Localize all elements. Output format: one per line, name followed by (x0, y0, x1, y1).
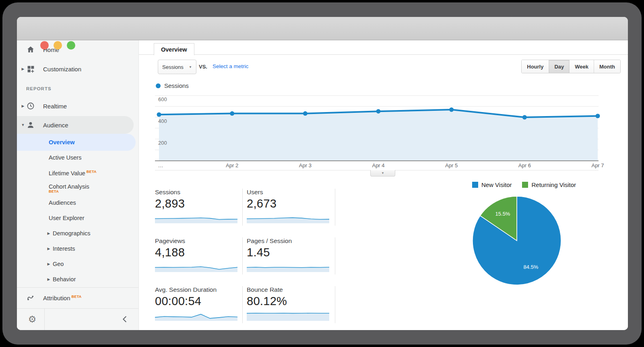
metric-card-pageviews[interactable]: Pageviews 4,188 (155, 237, 239, 272)
app-body: ⚙ Home▶ CustomizationREPORTS▶Realtime▼Au… (17, 40, 628, 330)
sidebar-item-behavior[interactable]: ▶Behavior (17, 272, 138, 287)
granularity-button-day[interactable]: Day (549, 60, 569, 73)
metric-card-sessions[interactable]: Sessions 2,893 (155, 189, 239, 223)
x-axis-tick-label: Apr 4 (372, 162, 384, 168)
metric-label: Pageviews (155, 237, 239, 245)
sidebar-item-label: Customization (43, 66, 81, 73)
home-icon (26, 45, 35, 54)
gear-icon[interactable]: ⚙ (25, 312, 39, 326)
card-divider (335, 237, 335, 274)
sessions-line-chart: 200400600 (155, 93, 599, 162)
y-axis-tick-label: 200 (158, 140, 167, 146)
pie-legend-item-new-visitor: New Visitor (472, 181, 512, 188)
metric-card-pages-session[interactable]: Pages / Session 1.45 (247, 237, 330, 272)
granularity-button-week[interactable]: Week (569, 60, 594, 73)
metric-card-users[interactable]: Users 2,673 (247, 189, 330, 223)
x-axis-tick-label: Apr 3 (299, 162, 312, 168)
x-axis-tick-label: Apr 7 (591, 162, 604, 168)
x-axis-tick-label: … (158, 162, 163, 168)
x-axis-tick-label: Apr 6 (518, 162, 531, 168)
sidebar-item-overview[interactable]: Overview (17, 134, 136, 151)
metric-value: 80.12% (247, 295, 330, 308)
sidebar-item-demographics[interactable]: ▶Demographics (17, 226, 138, 241)
sidebar-item-active-users[interactable]: Active Users (17, 150, 138, 165)
sidebar-divider (17, 287, 138, 288)
sidebar-item-lifetime-value[interactable]: Lifetime ValueBETA (17, 165, 138, 181)
collapse-sidebar-icon[interactable] (120, 314, 131, 325)
metric-value: 00:00:54 (155, 295, 239, 308)
beta-badge: BETA (87, 170, 97, 174)
card-divider (242, 237, 243, 274)
y-axis-tick-label: 600 (158, 96, 167, 102)
sidebar-item-attribution[interactable]: AttributionBETA (17, 288, 138, 308)
select-a-metric-link[interactable]: Select a metric (213, 63, 248, 69)
metric-label: Users (247, 189, 330, 196)
close-window-button[interactable] (40, 41, 49, 50)
chart-expander-button[interactable]: ▼ (370, 170, 395, 177)
minimize-window-button[interactable] (54, 41, 62, 50)
expand-arrow-icon: ▶ (20, 104, 26, 108)
sidebar-divider (17, 308, 138, 309)
metric-card-avg-session-duration[interactable]: Avg. Session Duration 00:00:54 (155, 286, 239, 321)
svg-text:15.5%: 15.5% (495, 211, 510, 217)
sidebar-item-label: Demographics (53, 230, 91, 237)
granularity-button-hourly[interactable]: Hourly (522, 60, 549, 73)
y-axis-tick-label: 400 (158, 118, 167, 124)
clock-icon (26, 101, 35, 111)
sidebar-item-label: Active Users (49, 154, 81, 161)
card-divider (242, 286, 243, 323)
beta-badge: BETA (49, 189, 59, 193)
chart-x-axis-labels: …Apr 2Apr 3Apr 4Apr 5Apr 6Apr 7 (155, 162, 599, 170)
sidebar-item-audience[interactable]: ▼Audience (17, 116, 134, 134)
tab-overview[interactable]: Overview (154, 43, 194, 55)
customization-icon (26, 64, 35, 74)
expand-arrow-icon: ▶ (46, 247, 52, 251)
sidebar-item-geo[interactable]: ▶Geo (17, 256, 138, 272)
sidebar-item-label: User Explorer (49, 215, 85, 221)
expand-arrow-icon: ▶ (46, 231, 52, 235)
sidebar-item-realtime[interactable]: ▶Realtime (17, 97, 138, 115)
sidebar-item-label: AttributionBETA (43, 295, 82, 301)
metric-selector-dropdown[interactable]: Sessions ▼ (158, 60, 196, 74)
metric-label: Avg. Session Duration (155, 286, 239, 293)
legend-label: Returning Visitor (531, 181, 576, 188)
sidebar-footer: ⚙ (17, 309, 138, 330)
sidebar-item-label: Realtime (43, 103, 67, 110)
x-axis-tick-label: Apr 2 (226, 162, 238, 168)
chevron-down-icon: ▼ (189, 65, 192, 69)
legend-label: New Visitor (481, 181, 512, 188)
sidebar-item-label: Behavior (53, 276, 76, 283)
metric-label: Sessions (155, 189, 239, 196)
sidebar-item-customization[interactable]: ▶ Customization (17, 60, 138, 78)
granularity-button-month[interactable]: Month (594, 60, 620, 73)
sidebar-item-label: Lifetime ValueBETA (49, 170, 97, 177)
sidebar-item-audiences[interactable]: Audiences (17, 195, 138, 210)
sidebar-item-label: Overview (49, 139, 75, 145)
beta-badge: BETA (72, 295, 82, 299)
expand-arrow-icon: ▶ (46, 262, 52, 266)
metric-value: 2,893 (155, 197, 239, 210)
sidebar-item-home[interactable]: Home (17, 40, 138, 59)
zoom-window-button[interactable] (67, 41, 75, 50)
expand-arrow-icon: ▶ (46, 277, 52, 281)
sidebar-item-user-explorer[interactable]: User Explorer (17, 210, 138, 226)
sidebar-nav: ⚙ Home▶ CustomizationREPORTS▶Realtime▼Au… (17, 40, 139, 330)
pie-legend: New VisitorReturning Visitor (436, 181, 613, 188)
metric-card-bounce-rate[interactable]: Bounce Rate 80.12% (247, 286, 330, 321)
sessions-legend-dot (156, 83, 161, 88)
card-divider (242, 189, 243, 226)
sidebar-item-cohort-analysis[interactable]: Cohort AnalysisBETA (17, 179, 138, 194)
sidebar-item-interests[interactable]: ▶Interests (17, 241, 138, 256)
metric-value: 4,188 (155, 246, 239, 259)
sidebar-item-label: Audience (43, 122, 68, 129)
person-icon (26, 120, 35, 130)
tab-strip (139, 40, 628, 55)
metric-label: Pages / Session (247, 237, 330, 245)
metric-value: 2,673 (247, 197, 330, 210)
expand-arrow-icon: ▶ (20, 67, 26, 71)
sessions-legend-label: Sessions (164, 82, 189, 89)
attribution-icon (26, 293, 35, 303)
metric-label: Bounce Rate (247, 286, 330, 293)
x-axis-tick-label: Apr 5 (445, 162, 458, 168)
metric-value: 1.45 (247, 246, 330, 259)
